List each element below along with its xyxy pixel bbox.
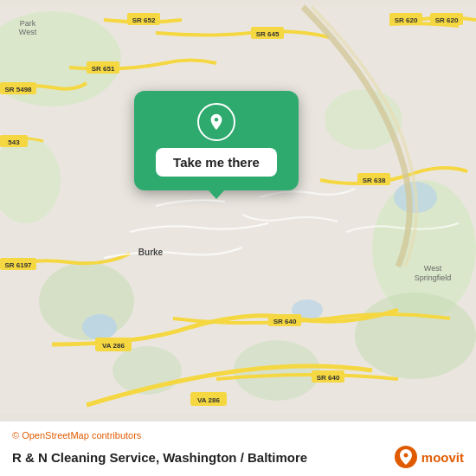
- svg-point-4: [355, 293, 476, 379]
- svg-text:VA 286: VA 286: [197, 396, 220, 404]
- popup-card: Take me there: [134, 91, 299, 190]
- svg-text:West: West: [424, 264, 442, 273]
- attribution-text: OpenStreetMap contributors: [22, 430, 141, 441]
- svg-point-8: [325, 89, 402, 150]
- svg-text:SR 645: SR 645: [256, 30, 280, 38]
- svg-text:SR 640: SR 640: [317, 374, 340, 382]
- svg-text:543: 543: [8, 138, 20, 146]
- svg-text:SR 638: SR 638: [363, 177, 386, 184]
- bottom-title-row: R & N Cleaning Service, Washington / Bal…: [12, 445, 464, 469]
- pin-svg: [207, 113, 226, 132]
- svg-text:Burke: Burke: [138, 248, 164, 257]
- svg-text:VA 286: VA 286: [102, 342, 125, 350]
- bottom-bar: © OpenStreetMap contributors R & N Clean…: [0, 421, 476, 476]
- svg-text:Park: Park: [20, 19, 36, 28]
- svg-text:SR 640: SR 640: [273, 318, 297, 325]
- app: SR 652 SR 620 SR 620 SR 5498 543 SR 651 …: [0, 0, 476, 476]
- moovit-logo-icon: [394, 445, 418, 469]
- svg-text:SR 6197: SR 6197: [4, 261, 32, 269]
- attribution-symbol: ©: [12, 430, 19, 441]
- svg-text:SR 651: SR 651: [92, 65, 115, 73]
- svg-text:Springfield: Springfield: [415, 273, 452, 282]
- moovit-text: moovit: [421, 450, 464, 465]
- take-me-there-button[interactable]: Take me there: [156, 148, 277, 177]
- map-attribution: © OpenStreetMap contributors: [12, 430, 464, 441]
- map-svg: SR 652 SR 620 SR 620 SR 5498 543 SR 651 …: [0, 0, 476, 421]
- svg-text:SR 620: SR 620: [435, 16, 459, 24]
- svg-text:West: West: [19, 28, 37, 36]
- moovit-logo: moovit: [394, 445, 464, 469]
- svg-text:SR 5498: SR 5498: [4, 86, 32, 93]
- svg-text:SR 620: SR 620: [395, 16, 418, 24]
- map-container: SR 652 SR 620 SR 620 SR 5498 543 SR 651 …: [0, 0, 476, 421]
- svg-text:SR 652: SR 652: [132, 16, 156, 24]
- location-pin-icon: [197, 103, 235, 141]
- place-name: R & N Cleaning Service, Washington / Bal…: [12, 450, 307, 465]
- svg-point-43: [395, 446, 417, 468]
- svg-point-9: [82, 314, 117, 340]
